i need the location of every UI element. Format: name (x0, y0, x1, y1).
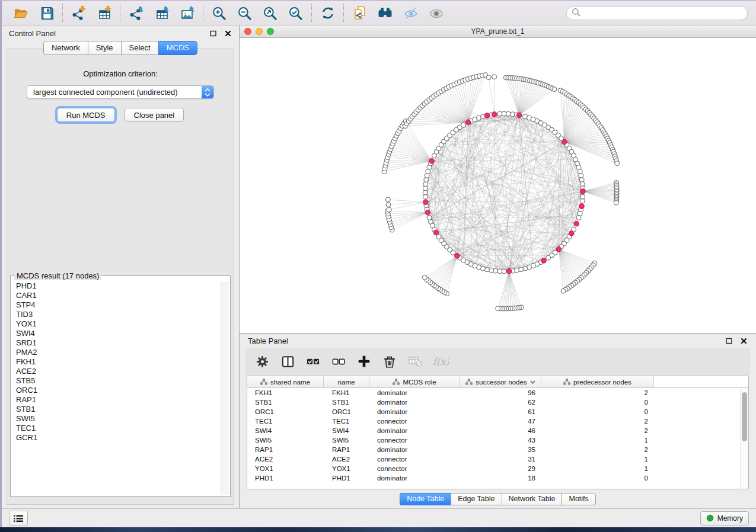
export-image-icon[interactable] (179, 5, 195, 21)
delete-icon[interactable] (381, 353, 398, 370)
table-scrollbar-thumb[interactable] (742, 392, 747, 441)
run-mcds-button[interactable]: Run MCDS (57, 108, 115, 122)
svg-text:f(x): f(x) (433, 355, 449, 367)
column-header-successor-nodes[interactable]: successor nodes (460, 376, 541, 387)
list-item[interactable]: CAR1 (16, 291, 221, 300)
list-item[interactable]: GCR1 (16, 433, 221, 443)
list-item[interactable]: STB1 (16, 405, 221, 414)
columns-icon[interactable] (279, 353, 296, 370)
table-row[interactable]: SWI4SWI4dominator462 (247, 426, 748, 435)
column-header-name[interactable]: name (324, 376, 369, 387)
tab-motifs[interactable]: Motifs (562, 493, 595, 505)
tab-edge-table[interactable]: Edge Table (451, 493, 501, 505)
table-cell: 96 (460, 389, 541, 396)
table-cell: 61 (460, 408, 541, 415)
refresh-icon[interactable] (320, 5, 336, 21)
import-network-icon[interactable] (71, 5, 87, 21)
export-table-icon[interactable] (154, 5, 170, 21)
save-session-icon[interactable] (39, 5, 55, 21)
optimization-criterion-label: Optimization criterion: (83, 69, 158, 78)
tab-select[interactable]: Select (121, 41, 158, 55)
table-cell: ACE2 (324, 456, 369, 463)
list-item[interactable]: PHD1 (16, 281, 221, 291)
table-cell: SWI5 (324, 437, 369, 444)
list-item[interactable]: RAP1 (16, 395, 221, 405)
close-icon[interactable] (224, 30, 232, 37)
list-item[interactable]: TID3 (16, 310, 221, 319)
table-toolbar: f(x) (245, 348, 750, 375)
task-history-button[interactable] (9, 511, 28, 525)
tab-style[interactable]: Style (88, 41, 121, 55)
memory-button[interactable]: Memory (700, 511, 749, 525)
close-panel-button[interactable]: Close panel (125, 108, 184, 122)
close-traffic-light[interactable] (244, 28, 251, 35)
float-icon[interactable] (725, 337, 733, 345)
table-row[interactable]: PHD1PHD1dominator180 (247, 473, 748, 483)
tab-mcds[interactable]: MCDS (158, 41, 197, 55)
open-file-icon[interactable] (13, 5, 29, 21)
column-header-predecessor-nodes[interactable]: predecessor nodes (541, 376, 654, 387)
zoom-selected-icon[interactable] (288, 5, 304, 21)
export-network-icon[interactable] (128, 5, 144, 21)
table-cell: 1 (541, 465, 654, 472)
column-header-MCDS-role[interactable]: MCDS role (369, 376, 460, 387)
tab-network[interactable]: Network (43, 41, 88, 55)
table-row[interactable]: ACE2ACE2connector311 (247, 454, 748, 464)
table-row[interactable]: FKH1FKH1dominator962 (247, 388, 748, 398)
list-item[interactable]: ORC1 (16, 386, 221, 395)
table-cell: ORC1 (324, 408, 369, 415)
hide-selected-icon[interactable] (403, 5, 419, 21)
clone-network-icon[interactable] (352, 5, 368, 21)
gear-icon[interactable] (254, 353, 270, 370)
column-header-label: MCDS role (403, 379, 436, 386)
list-item[interactable]: SWI5 (16, 414, 221, 424)
list-item[interactable]: STB5 (16, 376, 221, 386)
table-row[interactable]: RAP1RAP1dominator352 (247, 445, 748, 454)
add-column-icon[interactable] (356, 353, 372, 370)
list-icon (13, 514, 24, 523)
zoom-out-icon[interactable] (237, 5, 253, 21)
function-icon: f(x) (432, 353, 449, 370)
optimization-criterion-select[interactable]: largest connected component (undirected) (27, 85, 214, 99)
list-item[interactable]: PMA2 (16, 348, 221, 357)
list-item[interactable]: SWI4 (16, 329, 221, 338)
status-bar: Memory (2, 508, 756, 527)
import-table-icon[interactable] (96, 5, 112, 21)
search-input[interactable] (583, 8, 742, 18)
result-list-scrollbar[interactable] (221, 281, 229, 495)
float-icon[interactable] (209, 30, 217, 37)
zoom-fit-icon[interactable] (262, 5, 278, 21)
table-cell: 2 (541, 446, 654, 453)
table-row[interactable]: STB1STB1dominator620 (247, 398, 748, 407)
table-scrollbar[interactable] (740, 388, 748, 489)
minimize-traffic-light[interactable] (256, 28, 263, 35)
column-header-shared-name[interactable]: shared name (247, 376, 324, 387)
zoom-in-icon[interactable] (211, 5, 227, 21)
select-all-icon[interactable] (305, 353, 321, 370)
network-graph[interactable] (240, 38, 755, 333)
cytoscape-window: Control Panel NetworkStyleSelectMCDS Opt… (0, 0, 756, 527)
tab-node-table[interactable]: Node Table (400, 493, 451, 505)
table-cell: YOX1 (247, 465, 324, 472)
table-row[interactable]: TEC1TEC1connector472 (247, 416, 748, 426)
table-cell: dominator (369, 427, 460, 434)
table-row[interactable]: ORC1ORC1dominator610 (247, 407, 748, 416)
list-item[interactable]: ACE2 (16, 367, 221, 376)
binoculars-icon[interactable] (377, 5, 393, 21)
list-item[interactable]: FKH1 (16, 357, 221, 367)
table-row[interactable]: YOX1YOX1connector291 (247, 464, 748, 473)
tab-network-table[interactable]: Network Table (502, 493, 562, 505)
close-icon[interactable] (740, 337, 748, 345)
list-item[interactable]: YOX1 (16, 319, 221, 329)
main-toolbar (2, 1, 756, 25)
list-item[interactable]: SRD1 (16, 338, 221, 348)
zoom-traffic-light[interactable] (267, 28, 274, 35)
tree-icon (393, 379, 400, 385)
list-item[interactable]: STP4 (16, 300, 221, 310)
mcds-result-list[interactable]: PHD1CAR1STP4TID3YOX1SWI4SRD1PMA2FKH1ACE2… (12, 281, 221, 495)
table-row[interactable]: SWI5SWI5connector431 (247, 435, 748, 445)
table-cell: TEC1 (247, 418, 324, 425)
network-canvas[interactable] (240, 38, 756, 333)
list-item[interactable]: TEC1 (16, 424, 221, 433)
deselect-all-icon[interactable] (330, 353, 347, 370)
